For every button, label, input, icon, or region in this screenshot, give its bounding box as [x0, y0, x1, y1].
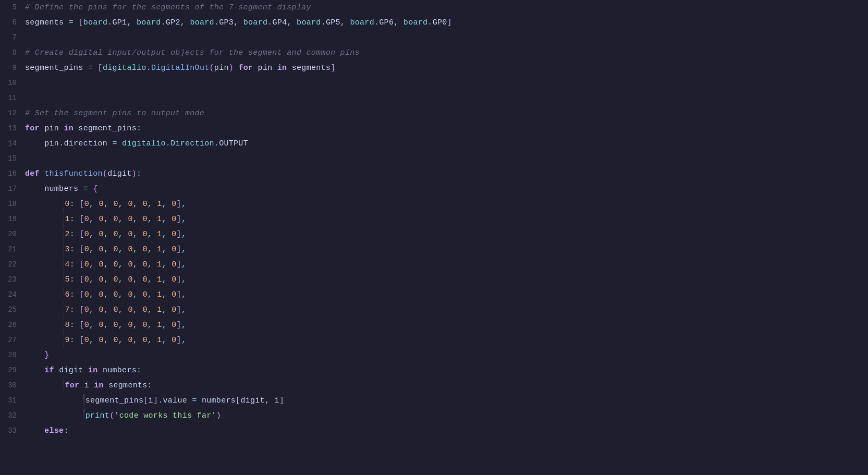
- code-line-14: 14 pin.direction = digitalio.Direction.O…: [0, 136, 868, 151]
- line-num-22: 22: [0, 257, 25, 272]
- code-line-33: 33 else:: [0, 423, 868, 439]
- line-content-11: [25, 91, 868, 106]
- line-content-31: segment_pins[i].value = numbers[digit, i…: [25, 394, 868, 408]
- code-line-30: 30 for i in segments:: [0, 378, 868, 393]
- code-line-12: 12 # Set the segment pins to output mode: [0, 106, 868, 121]
- code-line-8: 8 # Create digital input/output objects …: [0, 45, 868, 60]
- line-num-8: 8: [0, 45, 25, 60]
- line-num-30: 30: [0, 378, 25, 393]
- line-content-27: 9: [0, 0, 0, 0, 0, 1, 0],: [25, 333, 868, 348]
- line-num-14: 14: [0, 136, 25, 151]
- line-content-23: 5: [0, 0, 0, 0, 0, 1, 0],: [25, 273, 868, 287]
- line-content-25: 7: [0, 0, 0, 0, 0, 1, 0],: [25, 303, 868, 318]
- line-num-10: 10: [0, 76, 25, 90]
- line-num-15: 15: [0, 151, 25, 166]
- line-content-6: segments = [board.GP1, board.GP2, board.…: [25, 16, 868, 30]
- line-num-13: 13: [0, 121, 25, 136]
- line-content-24: 6: [0, 0, 0, 0, 0, 1, 0],: [25, 288, 868, 302]
- line-content-32: print('code works this far'): [25, 409, 868, 423]
- code-line-16: 16 def thisfunction(digit):: [0, 166, 868, 181]
- code-line-25: 25 7: [0, 0, 0, 0, 0, 1, 0],: [0, 302, 868, 318]
- line-num-28: 28: [0, 348, 25, 362]
- line-num-5: 5: [0, 0, 25, 15]
- code-line-22: 22 4: [0, 0, 0, 0, 0, 1, 0],: [0, 257, 868, 272]
- line-content-8: # Create digital input/output objects fo…: [25, 46, 868, 60]
- line-num-18: 18: [0, 197, 25, 211]
- code-line-18: 18 0: [0, 0, 0, 0, 0, 1, 0],: [0, 197, 868, 212]
- code-line-21: 21 3: [0, 0, 0, 0, 0, 1, 0],: [0, 242, 868, 257]
- code-line-29: 29 if digit in numbers:: [0, 363, 868, 378]
- line-num-33: 33: [0, 423, 25, 438]
- code-editor: 5 # Define the pins for the segments of …: [0, 0, 868, 475]
- line-content-33: else:: [25, 424, 868, 439]
- code-line-7: 7: [0, 30, 868, 45]
- line-content-12: # Set the segment pins to output mode: [25, 106, 868, 121]
- line-content-14: pin.direction = digitalio.Direction.OUTP…: [25, 137, 868, 151]
- line-num-25: 25: [0, 302, 25, 317]
- line-num-32: 32: [0, 408, 25, 423]
- line-content-22: 4: [0, 0, 0, 0, 0, 1, 0],: [25, 258, 868, 272]
- code-line-6: 6 segments = [board.GP1, board.GP2, boar…: [0, 15, 868, 30]
- line-num-7: 7: [0, 30, 25, 45]
- code-line-13: 13 for pin in segment_pins:: [0, 121, 868, 136]
- line-content-26: 8: [0, 0, 0, 0, 0, 1, 0],: [25, 318, 868, 333]
- line-num-17: 17: [0, 181, 25, 196]
- code-line-31: 31 segment_pins[i].value = numbers[digit…: [0, 393, 868, 408]
- line-content-20: 2: [0, 0, 0, 0, 0, 1, 0],: [25, 227, 868, 242]
- line-num-9: 9: [0, 60, 25, 75]
- line-content-30: for i in segments:: [25, 379, 868, 393]
- code-line-32: 32 print('code works this far'): [0, 408, 868, 423]
- line-num-23: 23: [0, 272, 25, 287]
- code-line-27: 27 9: [0, 0, 0, 0, 0, 1, 0],: [0, 333, 868, 348]
- line-num-16: 16: [0, 166, 25, 181]
- code-line-26: 26 8: [0, 0, 0, 0, 0, 1, 0],: [0, 318, 868, 333]
- line-num-26: 26: [0, 318, 25, 332]
- line-content-28: }: [25, 348, 868, 363]
- line-num-12: 12: [0, 106, 25, 120]
- line-content-15: [25, 152, 868, 166]
- line-content-29: if digit in numbers:: [25, 363, 868, 378]
- line-content-7: [25, 31, 868, 45]
- code-line-5: 5 # Define the pins for the segments of …: [0, 0, 868, 15]
- code-line-24: 24 6: [0, 0, 0, 0, 0, 1, 0],: [0, 287, 868, 302]
- line-num-20: 20: [0, 227, 25, 241]
- line-num-31: 31: [0, 393, 25, 408]
- line-content-16: def thisfunction(digit):: [25, 167, 868, 181]
- line-content-19: 1: [0, 0, 0, 0, 0, 1, 0],: [25, 212, 868, 227]
- line-num-11: 11: [0, 91, 25, 105]
- code-line-19: 19 1: [0, 0, 0, 0, 0, 1, 0],: [0, 212, 868, 227]
- line-content-18: 0: [0, 0, 0, 0, 0, 1, 0],: [25, 197, 868, 212]
- code-line-17: 17 numbers = {: [0, 181, 868, 197]
- line-content-10: [25, 76, 868, 91]
- code-line-20: 20 2: [0, 0, 0, 0, 0, 1, 0],: [0, 227, 868, 242]
- code-line-11: 11: [0, 91, 868, 106]
- line-content-13: for pin in segment_pins:: [25, 121, 868, 136]
- code-line-10: 10: [0, 76, 868, 91]
- line-content-21: 3: [0, 0, 0, 0, 0, 1, 0],: [25, 242, 868, 257]
- line-num-27: 27: [0, 333, 25, 347]
- line-num-6: 6: [0, 15, 25, 30]
- code-line-28: 28 }: [0, 348, 868, 363]
- line-num-19: 19: [0, 212, 25, 226]
- code-line-15: 15: [0, 151, 868, 166]
- line-content-17: numbers = {: [25, 182, 868, 197]
- line-num-24: 24: [0, 287, 25, 302]
- line-content-9: segment_pins = [digitalio.DigitalInOut(p…: [25, 61, 868, 76]
- line-content-5: # Define the pins for the segments of th…: [25, 1, 868, 15]
- code-line-9: 9 segment_pins = [digitalio.DigitalInOut…: [0, 60, 868, 76]
- line-num-21: 21: [0, 242, 25, 257]
- code-line-23: 23 5: [0, 0, 0, 0, 0, 1, 0],: [0, 272, 868, 287]
- line-num-29: 29: [0, 363, 25, 377]
